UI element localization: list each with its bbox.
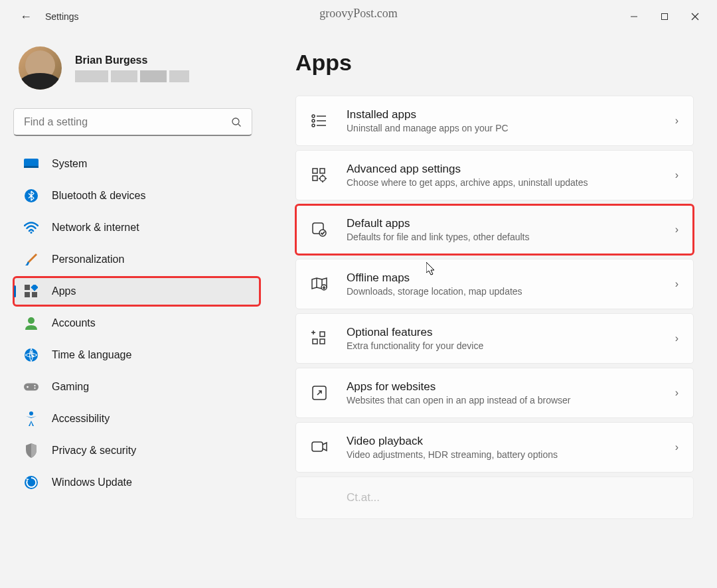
features-icon (311, 330, 328, 347)
card-installed-apps[interactable]: Installed apps Uninstall and manage apps… (295, 96, 694, 146)
svg-rect-1 (662, 14, 668, 20)
svg-rect-10 (25, 285, 30, 290)
map-icon (311, 275, 328, 293)
page-title: Apps (295, 50, 694, 76)
svg-point-26 (312, 119, 315, 122)
card-video-playback[interactable]: Video playback Video adjustments, HDR st… (295, 422, 694, 473)
svg-point-19 (27, 386, 29, 388)
card-optional-features[interactable]: Optional features Extra functionality fo… (295, 313, 694, 364)
card-subtitle: Websites that can open in an app instead… (347, 395, 657, 405)
svg-rect-7 (24, 166, 39, 168)
sidebar-item-system[interactable]: System (13, 149, 260, 179)
accessibility-icon (24, 411, 39, 426)
card-default-apps[interactable]: Default apps Defaults for file and link … (295, 204, 694, 255)
sidebar-item-update[interactable]: Windows Update (13, 468, 260, 497)
svg-point-33 (320, 176, 325, 181)
close-button[interactable] (680, 6, 710, 27)
chevron-right-icon: › (675, 387, 678, 399)
card-subtitle: Uninstall and manage apps on your PC (347, 123, 657, 133)
chevron-right-icon: › (675, 224, 678, 236)
card-subtitle: Choose where to get apps, archive apps, … (347, 177, 657, 188)
svg-point-20 (34, 385, 35, 386)
sidebar-item-accounts[interactable]: Accounts (13, 309, 260, 338)
sidebar-item-label: Apps (52, 285, 76, 297)
sidebar-item-label: Accessibility (52, 413, 110, 425)
titlebar: ← Settings groovyPost.com (0, 0, 717, 33)
card-subtitle: Extra functionality for your device (347, 340, 657, 351)
profile-email-redacted (75, 70, 189, 82)
back-button[interactable]: ← (20, 10, 32, 24)
nav: System Bluetooth & devices Network & int… (13, 149, 266, 497)
sidebar-item-label: Gaming (52, 381, 89, 393)
card-title: Apps for websites (347, 380, 657, 394)
svg-point-21 (34, 388, 35, 389)
sidebar-item-accessibility[interactable]: Accessibility (13, 404, 260, 433)
sidebar-item-label: Network & internet (52, 222, 139, 234)
sidebar-item-label: System (52, 158, 87, 170)
card-partial[interactable]: Ct.at... (295, 477, 694, 519)
card-apps-for-websites[interactable]: Apps for websites Websites that can open… (295, 368, 694, 418)
card-title: Video playback (347, 435, 657, 448)
card-subtitle: Defaults for file and link types, other … (347, 232, 657, 242)
apps-gear-icon (311, 167, 328, 184)
sidebar-item-label: Privacy & security (52, 445, 136, 457)
window-controls (619, 6, 710, 27)
sidebar-item-time[interactable]: Time & language (13, 340, 260, 370)
bluetooth-icon (24, 188, 39, 203)
sidebar: Brian Burgess System Bluetooth & devices… (0, 33, 266, 588)
svg-point-9 (31, 232, 33, 234)
web-app-icon (311, 384, 328, 402)
svg-rect-18 (24, 384, 39, 391)
sidebar-item-label: Windows Update (52, 477, 132, 488)
search-icon (231, 117, 242, 127)
sidebar-item-bluetooth[interactable]: Bluetooth & devices (13, 181, 260, 210)
chevron-right-icon: › (675, 332, 678, 344)
search-input[interactable] (24, 116, 231, 128)
shield-icon (24, 443, 39, 458)
update-icon (24, 475, 39, 490)
svg-rect-49 (312, 442, 323, 451)
avatar (19, 46, 62, 90)
sidebar-item-gaming[interactable]: Gaming (13, 372, 260, 402)
card-subtitle: Video adjustments, HDR streaming, batter… (347, 449, 657, 460)
card-offline-maps[interactable]: Offline maps Downloads, storage location… (295, 259, 694, 309)
wifi-icon (24, 220, 39, 235)
sidebar-item-label: Personalization (52, 254, 124, 265)
svg-rect-45 (320, 332, 325, 336)
sidebar-item-network[interactable]: Network & internet (13, 213, 260, 242)
sidebar-item-label: Accounts (52, 317, 96, 329)
watermark: groovyPost.com (319, 7, 398, 21)
default-apps-icon (311, 221, 328, 238)
maximize-button[interactable] (649, 6, 680, 27)
account-icon (24, 316, 39, 331)
svg-rect-46 (313, 339, 317, 344)
sidebar-item-apps[interactable]: Apps (13, 277, 260, 306)
list-icon (311, 112, 328, 129)
chevron-right-icon: › (675, 169, 678, 181)
card-title: Offline maps (347, 271, 657, 285)
main-content: Apps Installed apps Uninstall and manage… (266, 33, 717, 588)
sidebar-item-label: Bluetooth & devices (52, 190, 145, 202)
svg-point-4 (232, 118, 239, 125)
svg-rect-13 (32, 292, 37, 297)
svg-rect-30 (313, 169, 317, 173)
app-title: Settings (45, 11, 79, 22)
sidebar-item-personalization[interactable]: Personalization (13, 245, 260, 274)
search-box[interactable] (13, 108, 252, 136)
sidebar-item-privacy[interactable]: Privacy & security (13, 436, 260, 465)
card-subtitle: Downloads, storage location, map updates (347, 286, 657, 297)
time-icon (24, 348, 39, 362)
card-title: Advanced app settings (347, 163, 657, 176)
minimize-button[interactable] (619, 6, 649, 27)
svg-point-28 (312, 124, 315, 127)
profile-name: Brian Burgess (75, 54, 189, 66)
card-title: Default apps (347, 217, 657, 230)
profile-block[interactable]: Brian Burgess (13, 46, 266, 90)
brush-icon (24, 252, 39, 267)
svg-rect-47 (320, 339, 325, 344)
svg-rect-12 (25, 292, 30, 297)
svg-point-24 (312, 115, 315, 117)
gaming-icon (24, 380, 39, 394)
card-advanced-app-settings[interactable]: Advanced app settings Choose where to ge… (295, 150, 694, 200)
svg-line-5 (238, 124, 241, 127)
